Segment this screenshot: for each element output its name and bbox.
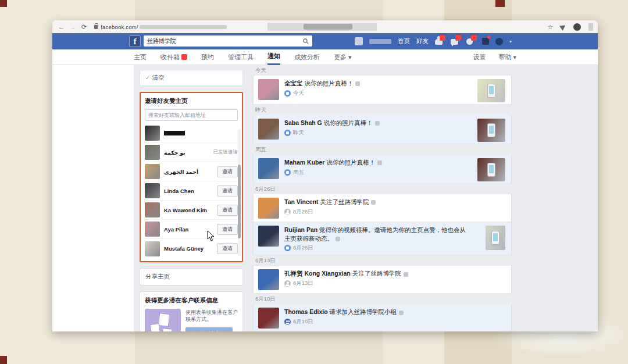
notification-item[interactable]: Thomas Edixio 请求加入丝路博学院小组6月10日 [253, 304, 512, 331]
leads-illustration [145, 309, 181, 331]
notification-item[interactable]: 孔祥贤 Kong Xiangxian 关注了丝路博学院6月13日 [253, 266, 512, 294]
timestamp: 今天 [293, 90, 304, 97]
chevron-down-icon[interactable]: ▾ [509, 39, 512, 44]
tab-主页[interactable]: 主页 [134, 49, 147, 65]
options-icon[interactable] [371, 200, 376, 205]
friend-row: Linda Chen邀请 [145, 181, 238, 201]
page-tabs-bar: 主页收件箱预约管理工具通知成效分析更多 ▾ 设置 帮助 ▾ [52, 49, 598, 65]
facebook-header: f 首页 好友 ▾ [52, 33, 598, 49]
search-input[interactable] [144, 38, 303, 44]
notification-thumbnail [477, 119, 505, 142]
invite-friends-box: 邀请好友赞主页 بو حكمة已发送邀请أحمد الجهري邀请Linda C… [140, 92, 243, 262]
notification-avatar [258, 158, 279, 179]
timestamp: 6月13日 [293, 280, 313, 287]
tab-settings[interactable]: 设置 [473, 53, 486, 62]
notification-meta: 周五 [284, 169, 470, 176]
thumbs-up-icon [284, 130, 291, 136]
bookmark-star-icon[interactable]: ☆ [547, 23, 553, 31]
notification-item[interactable]: Saba Shah G 说你的照片真棒！昨天 [253, 115, 512, 144]
friends-link[interactable]: 好友 [416, 37, 429, 45]
notification-badge [440, 35, 445, 41]
options-icon[interactable] [377, 160, 382, 165]
tab-label: 主页 [134, 49, 147, 65]
notifications-icon[interactable] [466, 37, 476, 45]
options-icon[interactable] [355, 81, 360, 86]
tab-label: 成效分析 [294, 49, 320, 65]
notification-avatar [258, 226, 279, 247]
options-icon[interactable] [399, 311, 404, 315]
leads-description: 使用表单收集潜在客户联系方式。 [185, 309, 238, 323]
notification-text: Saba Shah G 说你的照片真棒！ [284, 119, 470, 127]
privacy-shortcut-icon[interactable] [495, 38, 503, 45]
options-icon[interactable] [336, 237, 340, 241]
invite-button[interactable]: 邀请 [217, 166, 238, 177]
leads-card: 获得更多潜在客户联系信息 使用表单收集潜在客户联系方式。 创建引流广告 [140, 291, 243, 331]
mark-read-control[interactable]: ✓清空 [140, 70, 243, 86]
notification-item[interactable]: Maham Kuber 说你的照片真棒！周五 [253, 155, 512, 184]
invite-button[interactable]: 邀请 [217, 243, 238, 254]
share-page-control[interactable]: 分享主页 [140, 268, 243, 286]
timestamp: 6月10日 [293, 318, 313, 326]
tab-收件箱[interactable]: 收件箱 [160, 49, 187, 65]
profile-avatar[interactable] [355, 37, 363, 45]
forward-icon[interactable]: → [70, 23, 76, 30]
share-icon[interactable] [559, 23, 567, 30]
friend-avatar [145, 222, 160, 237]
corner-mark [0, 356, 7, 364]
search-icon[interactable] [303, 38, 309, 44]
facebook-logo-icon[interactable]: f [129, 35, 141, 47]
invite-button[interactable]: 邀请 [217, 185, 238, 197]
notification-meta: 今天 [284, 90, 470, 97]
tab-help[interactable]: 帮助 ▾ [498, 53, 516, 62]
tab-更多 ▾[interactable]: 更多 ▾ [334, 49, 352, 65]
friend-avatar [145, 145, 160, 160]
scrollbar-thumb[interactable] [238, 165, 241, 238]
invite-search-input[interactable] [145, 109, 238, 121]
browser-profile-avatar[interactable] [573, 23, 581, 31]
phone-photo [491, 231, 499, 245]
notification-thumbnail [477, 158, 505, 181]
date-label: 周五 [253, 144, 512, 155]
browser-menu-icon[interactable] [588, 23, 593, 31]
phone-photo [487, 163, 495, 177]
tab-预约[interactable]: 预约 [201, 49, 214, 65]
friend-name: Mustafa Güney [164, 245, 217, 252]
notification-item[interactable]: 全宝宝 说你的照片真棒！今天 [253, 76, 512, 105]
messages-icon[interactable] [451, 37, 460, 45]
address-bar[interactable]: facebook.com/ [101, 24, 138, 30]
date-label: 6月10日 [253, 294, 512, 304]
alert-dot [487, 35, 491, 39]
follow-icon [284, 280, 291, 287]
tab-label: 管理工具 [228, 49, 254, 65]
back-icon[interactable]: ← [58, 23, 65, 30]
reload-icon[interactable]: ⟳ [81, 23, 87, 31]
quick-help-icon[interactable] [482, 38, 489, 45]
tab-通知[interactable]: 通知 [267, 49, 280, 65]
friend-row: Aya Pilan邀请 [145, 220, 238, 239]
invite-box-title: 邀请好友赞主页 [145, 97, 238, 105]
invite-button[interactable]: 邀请 [217, 205, 238, 216]
blurred-url-path [140, 25, 227, 29]
thumbs-up-icon [284, 169, 291, 176]
friend-avatar [145, 241, 160, 256]
options-icon[interactable] [375, 121, 380, 126]
options-icon[interactable] [404, 272, 408, 277]
timestamp: 6月26日 [293, 244, 313, 252]
notification-text: 全宝宝 说你的照片真棒！ [284, 79, 470, 88]
notification-avatar [258, 79, 279, 100]
scrollbar[interactable] [238, 129, 241, 256]
notification-item[interactable]: Ruijian Pan 觉得你的视频很棒。邀请他为你的主页点赞，他也会从主页获得… [253, 222, 512, 255]
home-link[interactable]: 首页 [398, 37, 410, 45]
friend-row: أحمد الجهري邀请 [145, 162, 238, 181]
tab-成效分析[interactable]: 成效分析 [294, 49, 320, 65]
tab-label: 预约 [201, 49, 214, 65]
blurred-profile-name[interactable] [369, 39, 391, 44]
create-lead-ad-button[interactable]: 创建引流广告 [185, 327, 233, 331]
date-label: 6月13日 [253, 255, 512, 266]
friend-requests-icon[interactable] [435, 37, 444, 45]
notification-item[interactable]: Tan Vincent 关注了丝路博学院6月26日 [253, 194, 512, 222]
notification-badge [471, 35, 477, 41]
tab-管理工具[interactable]: 管理工具 [228, 49, 254, 65]
invite-button[interactable]: 邀请 [217, 224, 238, 235]
friend-row [145, 124, 238, 143]
